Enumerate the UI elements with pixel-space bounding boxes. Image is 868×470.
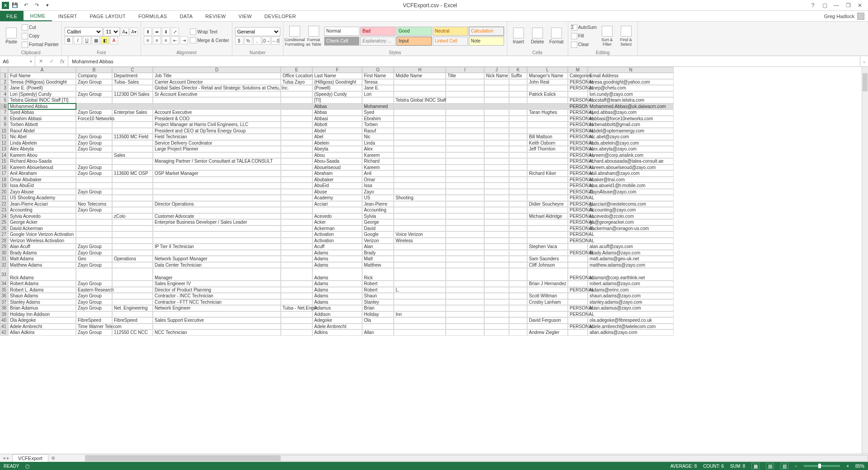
tab-developer[interactable]: Developer [258, 11, 302, 21]
orientation-icon[interactable]: ⤢ [171, 28, 179, 36]
align-top-icon[interactable]: ⬆ [144, 28, 152, 36]
decrease-decimal-icon[interactable]: →.0 [271, 37, 279, 45]
restore-button[interactable]: ❐ [843, 1, 854, 10]
group-label: Cells [510, 49, 565, 56]
align-left-icon[interactable]: ≡ [144, 36, 152, 44]
delete-cells-button[interactable]: Delete [529, 24, 546, 49]
sort-icon [602, 26, 613, 37]
fill-button[interactable]: Fill [571, 32, 597, 40]
increase-font-icon[interactable]: A▴ [121, 28, 129, 36]
account-name[interactable]: Greg Hadlock [821, 11, 868, 21]
group-alignment: ⬆ ⬌ ⬇ ⤢ ≡ ≡ ≡ ⇤ ⇥ Wrap Text Merge & Cent… [141, 22, 232, 56]
excel-icon: X [2, 2, 9, 9]
qat-customize[interactable]: ▾ [42, 1, 52, 10]
style-input[interactable]: Input [396, 37, 432, 46]
group-label: Clipboard [3, 49, 59, 56]
style-check-cell[interactable]: Check Cell [324, 37, 359, 46]
format-icon [551, 28, 562, 38]
tab-data[interactable]: DATA [173, 11, 199, 21]
cut-button[interactable]: Cut [22, 24, 59, 32]
fill-icon [571, 33, 577, 39]
minimize-button[interactable]: — [831, 1, 842, 10]
ribbon: Paste Cut Copy Format Painter Clipboard … [0, 22, 868, 56]
group-label: Font [65, 49, 138, 56]
chevron-down-icon: ▾ [30, 59, 32, 64]
redo-button[interactable]: ↷ [32, 1, 42, 10]
tab-file[interactable]: FILE [0, 11, 24, 21]
avatar-icon [857, 13, 864, 20]
tab-formulas[interactable]: FORMULAS [132, 11, 174, 21]
percent-icon[interactable]: % [244, 37, 252, 45]
group-label: Number [235, 49, 280, 56]
tab-review[interactable]: REVIEW [199, 11, 232, 21]
format-as-table-button[interactable]: Format as Table [305, 24, 322, 49]
insert-function-icon[interactable]: fx [57, 58, 68, 65]
border-button[interactable]: ▦ [92, 36, 100, 44]
find-select-button[interactable]: Find & Select [618, 24, 635, 49]
indent-increase-icon[interactable]: ⇥ [180, 36, 188, 44]
style-note[interactable]: Note [469, 37, 504, 46]
align-right-icon[interactable]: ≡ [162, 36, 170, 44]
expand-formula-bar-icon[interactable]: ⌄ [860, 56, 868, 66]
tab-home[interactable]: HOME [24, 11, 52, 21]
underline-button[interactable]: U [83, 36, 91, 44]
copy-icon [22, 33, 28, 39]
style-calculation[interactable]: Calculation [469, 27, 504, 36]
save-button[interactable]: 💾 [10, 1, 20, 10]
font-size-select[interactable]: 11 [104, 27, 120, 36]
align-bottom-icon[interactable]: ⬇ [162, 28, 170, 36]
undo-button[interactable]: ↶ [21, 1, 31, 10]
copy-button[interactable]: Copy [22, 32, 59, 40]
align-middle-icon[interactable]: ⬌ [153, 28, 161, 36]
paste-button[interactable]: Paste [3, 24, 20, 49]
group-cells: Insert Delete Format Cells [507, 22, 568, 56]
window-title: VCFExport.csv - Excel [52, 2, 807, 9]
style-linked-cell[interactable]: Linked Cell [433, 37, 468, 46]
cell-styles-gallery[interactable]: Normal Bad Good Neutral Calculation Chec… [324, 27, 504, 46]
group-number: General $ % , .0→ →.0 Number [232, 22, 283, 56]
help-icon[interactable]: ? [807, 1, 818, 10]
sort-filter-button[interactable]: Sort & Filter [599, 24, 616, 49]
currency-icon[interactable]: $ [235, 37, 243, 45]
wrap-text-button[interactable]: Wrap Text [190, 28, 229, 36]
quick-access-toolbar: X 💾 ↶ ↷ ▾ [0, 1, 52, 10]
bold-button[interactable]: B [65, 36, 73, 44]
style-bad[interactable]: Bad [360, 27, 396, 36]
insert-cells-button[interactable]: Insert [510, 24, 527, 49]
ribbon-display-icon[interactable]: ▢ [819, 1, 830, 10]
autosum-button[interactable]: ΣAutoSum [571, 24, 597, 32]
scissors-icon [22, 24, 28, 31]
cancel-formula-icon[interactable]: ✕ [35, 58, 46, 64]
style-explanatory[interactable]: Explanatory ... [360, 37, 396, 46]
fill-color-button[interactable]: ◧ [101, 36, 109, 44]
style-good[interactable]: Good [396, 27, 432, 36]
decrease-font-icon[interactable]: A▾ [130, 28, 138, 36]
close-button[interactable]: ✕ [854, 1, 865, 10]
format-cells-button[interactable]: Format [548, 24, 565, 49]
font-name-select[interactable]: Calibri [65, 27, 103, 36]
format-painter-button[interactable]: Format Painter [22, 41, 59, 49]
comma-icon[interactable]: , [253, 37, 261, 45]
align-center-icon[interactable]: ≡ [153, 36, 161, 44]
tab-view[interactable]: VIEW [232, 11, 258, 21]
font-color-button[interactable]: A [110, 36, 118, 44]
style-normal[interactable]: Normal [324, 27, 359, 36]
italic-button[interactable]: I [74, 36, 82, 44]
increase-decimal-icon[interactable]: .0→ [262, 37, 270, 45]
accept-formula-icon[interactable]: ✓ [46, 58, 57, 64]
formula-input[interactable]: Mohammed Abbas [68, 56, 860, 66]
tab-insert[interactable]: INSERT [52, 11, 84, 21]
tab-page-layout[interactable]: PAGE LAYOUT [84, 11, 132, 21]
name-box[interactable]: A6▾ [0, 56, 35, 66]
merge-center-button[interactable]: Merge & Center [190, 36, 229, 44]
conditional-formatting-button[interactable]: Conditional Formatting [286, 24, 303, 49]
group-label: Editing [571, 49, 635, 56]
table-icon [308, 26, 319, 37]
indent-decrease-icon[interactable]: ⇤ [171, 36, 179, 44]
find-icon [621, 26, 632, 37]
group-label: Alignment [144, 49, 229, 56]
titlebar: X 💾 ↶ ↷ ▾ VCFExport.csv - Excel ? ▢ — ❐ … [0, 0, 868, 11]
style-neutral[interactable]: Neutral [433, 27, 468, 36]
number-format-select[interactable]: General [235, 27, 280, 36]
clear-button[interactable]: Clear [571, 41, 597, 49]
